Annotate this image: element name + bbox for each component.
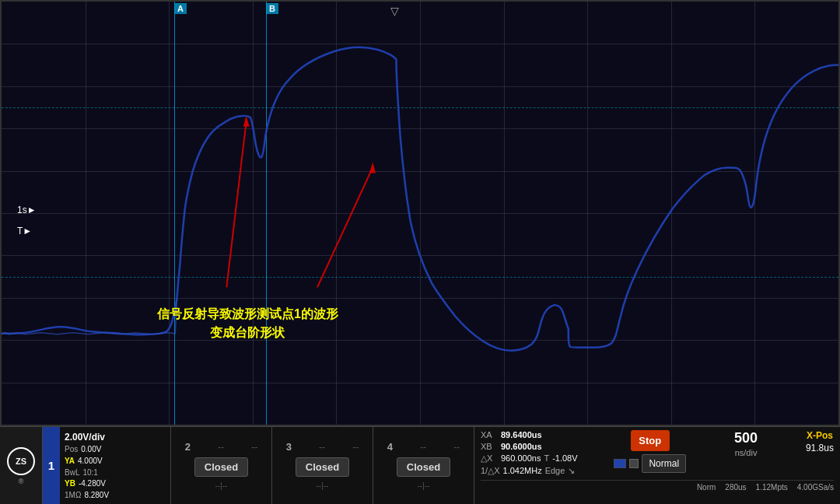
xpos-value: 91.8us xyxy=(806,443,834,453)
ya-value: 4.000V xyxy=(78,457,103,465)
stop-button[interactable]: Stop xyxy=(631,430,670,451)
ch2-closed-btn[interactable]: Closed xyxy=(194,457,248,477)
ch4-closed-btn[interactable]: Closed xyxy=(397,457,450,477)
bottom-status-row: Norm 280us 1.12Mpts 4.00GSa/s xyxy=(481,480,834,492)
channel2-block: 2 -- -- Closed --|-- xyxy=(171,427,272,504)
ohm-label: 1MΩ xyxy=(65,491,81,499)
xa-value: 89.6400us xyxy=(501,430,542,439)
ya-label: YA xyxy=(65,457,75,465)
xb-value: 90.6000us xyxy=(501,442,542,451)
dx-value: 960.000ns xyxy=(501,453,541,464)
yb-value: -4.280V xyxy=(79,479,106,488)
timebase-unit: ns/div xyxy=(735,448,758,457)
cursor-measurements: XA 89.6400us XB 90.6000us △X 960.000ns T… xyxy=(481,430,578,476)
xa-label: XA xyxy=(481,430,498,439)
ch3-closed-btn[interactable]: Closed xyxy=(296,457,349,477)
normal-button[interactable]: Normal xyxy=(642,454,686,473)
xpos-label: X-Pos xyxy=(807,430,833,441)
t-value: -1.08V xyxy=(552,453,577,464)
logo-reg: ® xyxy=(19,478,24,485)
svg-text:ZS: ZS xyxy=(16,457,26,466)
norm-sps: 4.00GSa/s xyxy=(797,483,834,492)
logo-area: ZS ® xyxy=(0,427,43,504)
xb-label: XB xyxy=(481,442,498,451)
norm-label: Norm xyxy=(697,483,716,492)
icon1 xyxy=(614,459,626,468)
status-bar: ZS ® 1 2.00V/div Pos 0.00V YA 4.000V BwL… xyxy=(0,426,840,504)
icon2 xyxy=(629,459,639,468)
dx-label: △X xyxy=(481,453,498,464)
bwl-label: BwL xyxy=(65,468,79,477)
channel1-block: 1 2.00V/div Pos 0.00V YA 4.000V BwL 10:1… xyxy=(43,427,171,504)
logo-svg: ZS xyxy=(6,446,36,476)
oscilloscope-display: A B ▽ 1s► T► 信号反 xyxy=(0,0,840,504)
channel3-block: 3 -- -- Closed --|-- xyxy=(272,427,373,504)
pos-label: Pos xyxy=(65,445,78,453)
freq-value: 1.042MHz xyxy=(503,466,542,476)
annotation-line2: 变成台阶形状 xyxy=(157,324,338,342)
annotation-text: 信号反射导致波形测试点1的波形 变成台阶形状 xyxy=(157,305,338,342)
yb-label: YB xyxy=(65,479,75,488)
ch1-divs: 2.00V/div xyxy=(65,432,166,443)
channel4-block: 4 -- -- Closed --|-- xyxy=(373,427,474,504)
stop-normal-area: Stop Normal xyxy=(614,430,686,473)
waveform-svg xyxy=(2,2,838,425)
mpts-val: 1.12Mpts xyxy=(756,483,788,492)
bwl-val: 10:1 xyxy=(82,468,97,477)
measurements-area: XA 89.6400us XB 90.6000us △X 960.000ns T… xyxy=(474,427,840,504)
ch4-dash: -- xyxy=(420,442,426,453)
ch1-number: 1 xyxy=(43,427,60,504)
annotation-line1: 信号反射导致波形测试点1的波形 xyxy=(157,305,338,324)
sps-val: 280us xyxy=(725,483,746,492)
ch2-dash: -- xyxy=(218,442,224,453)
edge-label: Edge xyxy=(545,466,565,476)
ch3-number: 3 xyxy=(286,441,292,453)
total-val: 8.280V xyxy=(84,491,109,499)
pos-value: 0.00V xyxy=(81,445,101,453)
timebase-area: 500 ns/div xyxy=(723,430,769,457)
ch2-number: 2 xyxy=(185,441,191,453)
waveform-display: A B ▽ 1s► T► 信号反 xyxy=(0,0,840,426)
timebase-value: 500 xyxy=(734,430,758,446)
t-label: T xyxy=(544,453,549,464)
ch3-dash: -- xyxy=(319,442,325,453)
xpos-area: X-Pos 91.8us xyxy=(806,430,834,453)
freq-label: 1/△X xyxy=(481,466,500,476)
ch4-number: 4 xyxy=(387,441,393,453)
